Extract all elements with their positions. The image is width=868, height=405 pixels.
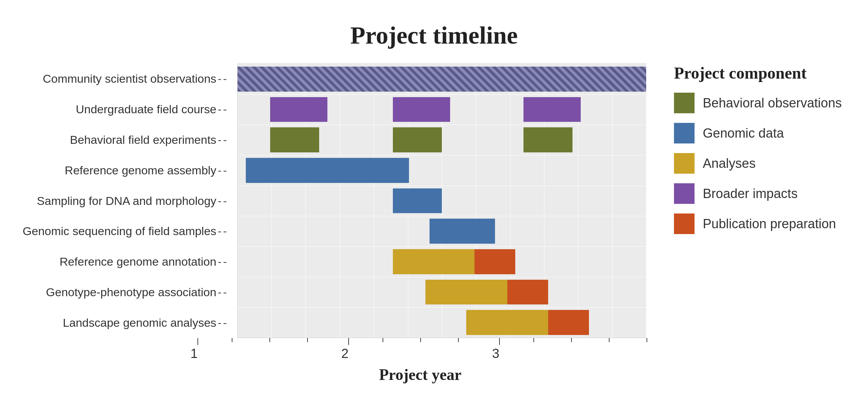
y-axis-label: Sampling for DNA and morphology - <box>23 186 230 216</box>
gantt-bar <box>430 219 495 244</box>
legend-label: Behavioral observations <box>703 96 842 111</box>
legend-item: Broader impacts <box>674 183 845 204</box>
x-axis-label: Project year <box>194 366 647 384</box>
legend-item: Behavioral observations <box>674 93 845 113</box>
chart-title: Project timeline <box>350 21 518 50</box>
gantt-grid <box>237 63 647 338</box>
legend-item: Genomic data <box>674 123 845 143</box>
legend: Project component Behavioral observation… <box>674 63 845 244</box>
chart-body: Community scientist observations -Underg… <box>23 63 845 384</box>
y-axis-label: Undergraduate field course - <box>23 94 230 125</box>
gantt-bar <box>523 127 572 152</box>
legend-swatch <box>674 153 695 174</box>
gantt-bar <box>523 97 581 122</box>
gantt-bar <box>466 310 548 335</box>
y-axis-label: Reference genome assembly - <box>23 155 230 186</box>
legend-label: Publication preparation <box>703 217 836 231</box>
chart-area: Community scientist observations -Underg… <box>23 63 647 384</box>
gantt-bar <box>507 280 548 305</box>
y-axis-label: Community scientist observations - <box>23 63 230 94</box>
y-axis-label: Behavioral field experiments - <box>23 125 230 155</box>
legend-swatch <box>674 93 695 113</box>
x-tick-label: 1 <box>190 346 197 361</box>
gantt-bar <box>270 127 319 152</box>
gantt-bar <box>548 310 589 335</box>
x-tick-label: 3 <box>492 346 499 361</box>
gantt-wrapper: Community scientist observations -Underg… <box>23 63 647 338</box>
legend-label: Analyses <box>703 156 756 171</box>
gantt-bar <box>238 67 646 92</box>
y-axis-label: Reference genome annotation - <box>23 246 230 277</box>
gantt-bar <box>474 249 515 274</box>
legend-item: Publication preparation <box>674 213 845 234</box>
x-tick-label: 2 <box>341 346 348 361</box>
legend-title: Project component <box>674 63 845 82</box>
y-axis-label: Genomic sequencing of field samples - <box>23 216 230 246</box>
y-axis-label: Landscape genomic analyses - <box>23 308 230 338</box>
gantt-bar <box>393 249 474 274</box>
y-axis-labels: Community scientist observations -Underg… <box>23 63 237 338</box>
chart-container: Project timeline Community scientist obs… <box>23 21 845 384</box>
gantt-bar <box>393 188 442 213</box>
legend-swatch <box>674 213 695 234</box>
gantt-bar <box>393 97 450 122</box>
legend-item: Analyses <box>674 153 845 174</box>
legend-label: Broader impacts <box>703 186 798 201</box>
x-axis: 123 Project year <box>194 338 647 384</box>
gantt-bar <box>393 127 442 152</box>
gantt-bar <box>246 158 409 183</box>
gantt-bar <box>270 97 327 122</box>
gantt-bar <box>425 280 507 305</box>
legend-swatch <box>674 183 695 204</box>
legend-label: Genomic data <box>703 126 784 141</box>
legend-swatch <box>674 123 695 143</box>
y-axis-label: Genotype-phenotype association - <box>23 277 230 308</box>
